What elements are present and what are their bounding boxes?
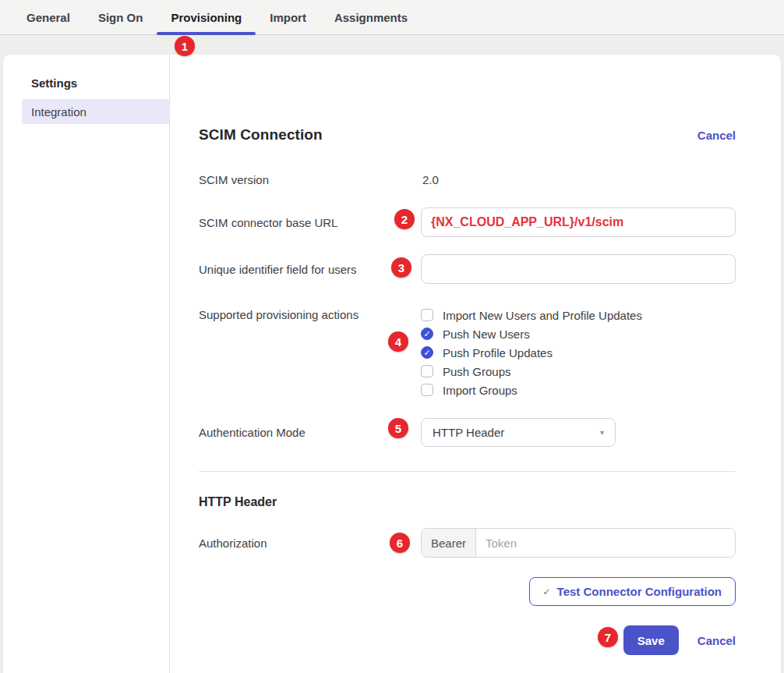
annotation-badge-6: 6 [390,533,410,553]
checkbox-icon [421,384,433,396]
sidebar-item-label: Integration [31,105,87,119]
checkbox-icon [421,346,433,359]
checkbox-label: Push Profile Updates [443,346,553,360]
checkbox-icon [421,328,433,340]
check-icon: ✓ [543,586,551,597]
app-tab-bar: General Sign On Provisioning Import Assi… [0,0,784,35]
checkbox-push-groups[interactable]: Push Groups [421,362,736,381]
tab-provisioning[interactable]: Provisioning [157,0,256,34]
annotation-badge-5: 5 [388,418,408,438]
base-url-label: SCIM connector base URL [199,216,421,229]
checkbox-push-new-users[interactable]: Push New Users [421,324,736,343]
cancel-link-top[interactable]: Cancel [697,129,736,142]
token-input[interactable] [476,529,735,557]
tab-label: Provisioning [171,11,242,24]
auth-mode-select[interactable]: HTTP Header ▾ [421,418,616,447]
scim-connection-form: SCIM Connection Cancel SCIM version 2.0 … [170,55,781,673]
cancel-link-bottom[interactable]: Cancel [697,634,736,647]
checkbox-label: Push New Users [443,328,530,341]
annotation-badge-2: 2 [394,209,415,229]
tab-import[interactable]: Import [256,0,320,34]
annotation-badge-4: 4 [388,331,408,352]
test-button-label: Test Connector Configuration [557,585,722,598]
sidebar-item-integration[interactable]: Integration [22,99,169,124]
provisioning-actions-label: Supported provisioning actions [199,306,421,324]
base-url-input[interactable] [421,207,736,237]
tab-assignments[interactable]: Assignments [320,0,422,34]
page-title: SCIM Connection [199,126,323,143]
tab-label: Import [270,11,306,24]
test-connector-configuration-button[interactable]: ✓ Test Connector Configuration [529,577,736,606]
http-header-section-title: HTTP Header [199,495,736,509]
checkbox-icon [421,365,433,377]
save-button[interactable]: Save [623,625,679,655]
bearer-prefix: Bearer [422,529,476,557]
checkbox-label: Push Groups [443,365,511,378]
unique-id-label: Unique identifier field for users [199,263,421,276]
section-divider [199,471,736,472]
tab-label: Assignments [334,11,408,24]
checkbox-icon [421,309,433,321]
tab-sign-on[interactable]: Sign On [84,0,157,34]
authorization-label: Authorization [199,537,421,550]
checkbox-label: Import Groups [443,384,517,397]
auth-mode-selected-value: HTTP Header [433,426,504,439]
tab-label: Sign On [98,11,143,24]
sidebar-heading: Settings [22,76,169,99]
tab-label: General [26,11,70,24]
scim-version-label: SCIM version [199,173,421,186]
annotation-badge-7: 7 [598,627,618,647]
checkbox-import-new-users[interactable]: Import New Users and Profile Updates [421,306,736,324]
checkbox-push-profile-updates[interactable]: Push Profile Updates [421,343,736,362]
provisioning-actions-group: Import New Users and Profile Updates Pus… [421,306,736,399]
authorization-input-group: Bearer [421,528,736,558]
checkbox-label: Import New Users and Profile Updates [443,309,642,322]
annotation-badge-1: 1 [175,36,195,56]
provisioning-card: Settings Integration SCIM Connection Can… [3,55,781,673]
chevron-down-icon: ▾ [600,428,604,437]
annotation-badge-3: 3 [391,257,411,278]
scim-version-value: 2.0 [421,173,736,186]
unique-id-input[interactable] [421,254,736,284]
settings-sidebar: Settings Integration [3,55,170,673]
checkbox-import-groups[interactable]: Import Groups [421,381,736,399]
tab-general[interactable]: General [12,0,84,34]
